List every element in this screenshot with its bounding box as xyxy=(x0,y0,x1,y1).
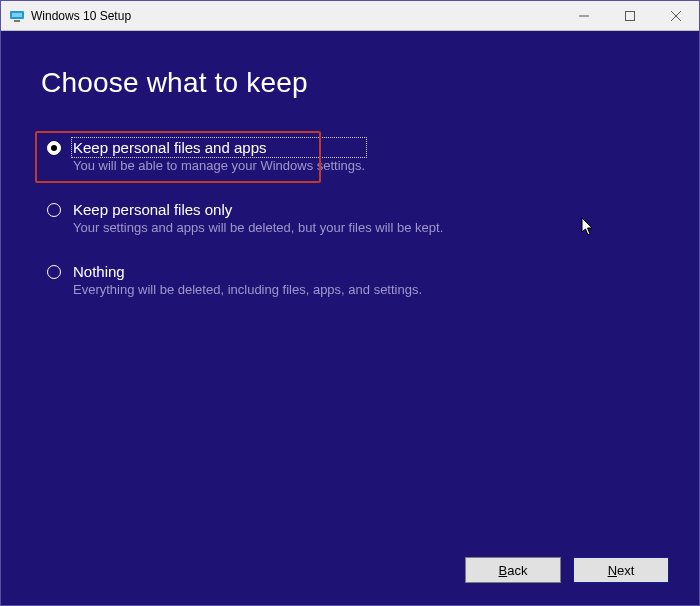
maximize-button[interactable] xyxy=(607,1,653,31)
back-button[interactable]: Back xyxy=(465,557,561,583)
titlebar-left: Windows 10 Setup xyxy=(1,8,131,24)
window-title: Windows 10 Setup xyxy=(31,9,131,23)
content-area: Choose what to keep Keep personal files … xyxy=(1,31,699,335)
option-title: Keep personal files only xyxy=(73,201,443,218)
next-label-rest: ext xyxy=(617,563,634,578)
minimize-button[interactable] xyxy=(561,1,607,31)
option-texts: Nothing Everything will be deleted, incl… xyxy=(73,263,422,297)
option-subtitle: Everything will be deleted, including fi… xyxy=(73,282,422,297)
titlebar: Windows 10 Setup xyxy=(1,1,699,31)
setup-window: Windows 10 Setup Choose what to keep Kee… xyxy=(0,0,700,606)
back-label-initial: B xyxy=(499,563,508,578)
svg-rect-4 xyxy=(626,12,635,21)
page-heading: Choose what to keep xyxy=(41,67,659,99)
radio-icon xyxy=(47,141,61,155)
back-label-rest: ack xyxy=(507,563,527,578)
next-label-initial: N xyxy=(608,563,617,578)
options-list: Keep personal files and apps You will be… xyxy=(41,129,659,315)
radio-icon xyxy=(47,265,61,279)
option-title: Keep personal files and apps xyxy=(73,139,365,156)
next-button[interactable]: Next xyxy=(573,557,669,583)
option-title: Nothing xyxy=(73,263,422,280)
setup-icon xyxy=(9,8,25,24)
option-subtitle: Your settings and apps will be deleted, … xyxy=(73,220,443,235)
svg-rect-2 xyxy=(14,20,20,22)
window-controls xyxy=(561,1,699,30)
option-subtitle: You will be able to manage your Windows … xyxy=(73,158,365,173)
option-texts: Keep personal files only Your settings a… xyxy=(73,201,443,235)
close-button[interactable] xyxy=(653,1,699,31)
radio-option-nothing[interactable]: Nothing Everything will be deleted, incl… xyxy=(41,253,659,309)
option-texts: Keep personal files and apps You will be… xyxy=(73,139,365,173)
radio-icon xyxy=(47,203,61,217)
radio-option-keep-files-only[interactable]: Keep personal files only Your settings a… xyxy=(41,191,659,247)
svg-rect-1 xyxy=(12,13,22,17)
footer-buttons: Back Next xyxy=(465,557,669,583)
radio-option-keep-files-apps[interactable]: Keep personal files and apps You will be… xyxy=(41,129,659,185)
